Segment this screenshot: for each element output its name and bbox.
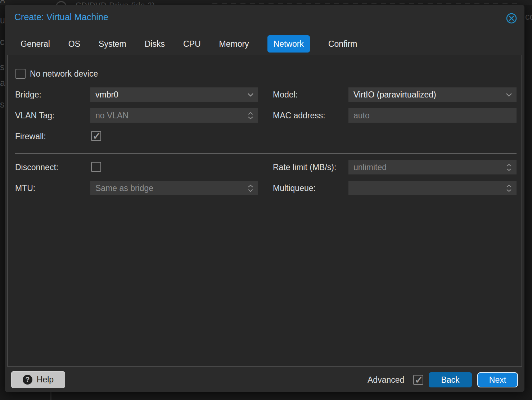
tab-general[interactable]: General <box>21 35 50 53</box>
rate-limit-input[interactable] <box>348 160 517 174</box>
background-row-text: CD/DVD Drive (ide 2) <box>76 1 155 5</box>
section-divider <box>15 153 517 154</box>
mac-address-field[interactable] <box>348 108 517 123</box>
background-left-fragment: all <box>0 78 5 90</box>
tab-confirm[interactable]: Confirm <box>328 35 357 53</box>
dialog-tabbar: General OS System Disks CPU Memory Netwo… <box>21 35 357 53</box>
model-label: Model: <box>273 87 298 102</box>
background-left-fragment: up <box>0 15 5 27</box>
close-icon[interactable] <box>506 13 517 24</box>
bridge-value[interactable] <box>90 87 258 102</box>
no-network-device-label: No network device <box>30 67 98 81</box>
mac-address-input[interactable] <box>348 108 517 123</box>
vlan-tag-label: VLAN Tag: <box>15 108 55 123</box>
radio-icon <box>56 1 67 5</box>
multiqueue-label: Multiqueue: <box>273 181 316 195</box>
spinner-up-down-icon[interactable] <box>504 160 514 174</box>
disconnect-label: Disconnect: <box>15 160 58 174</box>
rate-limit-label: Rate limit (MB/s): <box>273 160 336 174</box>
tab-memory[interactable]: Memory <box>219 35 249 53</box>
help-button[interactable]: ? Help <box>11 371 65 388</box>
background-row-clipped-text <box>212 3 518 4</box>
mtu-input[interactable] <box>90 181 258 195</box>
chevron-down-icon[interactable] <box>246 87 255 102</box>
vlan-tag-input[interactable] <box>90 108 258 123</box>
rate-limit-spinner[interactable] <box>348 160 517 174</box>
back-button[interactable]: Back <box>429 372 472 387</box>
firewall-checkbox[interactable] <box>91 131 101 141</box>
background-left-fragment: ca <box>0 37 5 49</box>
network-tab-panel: No network device Bridge: Model: VLAN Ta… <box>7 55 522 367</box>
question-mark-icon: ? <box>23 375 32 385</box>
multiqueue-input[interactable] <box>348 181 517 195</box>
bridge-label: Bridge: <box>15 87 41 102</box>
mtu-label: MTU: <box>15 181 35 195</box>
create-vm-dialog: Create: Virtual Machine General OS Syste… <box>5 5 524 392</box>
vlan-tag-spinner[interactable] <box>90 108 258 123</box>
bridge-combobox[interactable] <box>90 87 258 102</box>
spinner-up-down-icon[interactable] <box>504 181 514 195</box>
dialog-title: Create: Virtual Machine <box>14 12 108 22</box>
model-combobox[interactable] <box>348 87 517 102</box>
tab-os[interactable]: OS <box>68 35 80 53</box>
help-button-label: Help <box>37 375 54 385</box>
mtu-spinner[interactable] <box>90 181 258 195</box>
firewall-label: Firewall: <box>15 129 46 144</box>
no-network-device-checkbox[interactable] <box>15 69 26 79</box>
spinner-up-down-icon[interactable] <box>246 181 255 195</box>
tab-system[interactable]: System <box>99 35 126 53</box>
tab-network[interactable]: Network <box>267 35 310 53</box>
background-obscured-row: CD/DVD Drive (ide 2) <box>0 0 532 5</box>
advanced-label: Advanced <box>368 374 404 386</box>
disconnect-checkbox[interactable] <box>91 162 101 172</box>
tab-cpu[interactable]: CPU <box>183 35 201 53</box>
background-divider <box>50 392 51 400</box>
multiqueue-spinner[interactable] <box>348 181 517 195</box>
background-left-fragment: or <box>0 0 5 3</box>
mac-address-label: MAC address: <box>273 108 325 123</box>
next-button[interactable]: Next <box>477 372 518 387</box>
chevron-down-icon[interactable] <box>504 87 514 102</box>
advanced-checkbox[interactable] <box>413 375 423 385</box>
background-left-fragment: sh <box>0 62 5 74</box>
background-right-fragment: co <box>525 12 532 22</box>
background-left-fragment: ss <box>0 99 5 112</box>
model-value[interactable] <box>348 87 517 102</box>
tab-disks[interactable]: Disks <box>145 35 165 53</box>
spinner-up-down-icon[interactable] <box>246 108 255 123</box>
